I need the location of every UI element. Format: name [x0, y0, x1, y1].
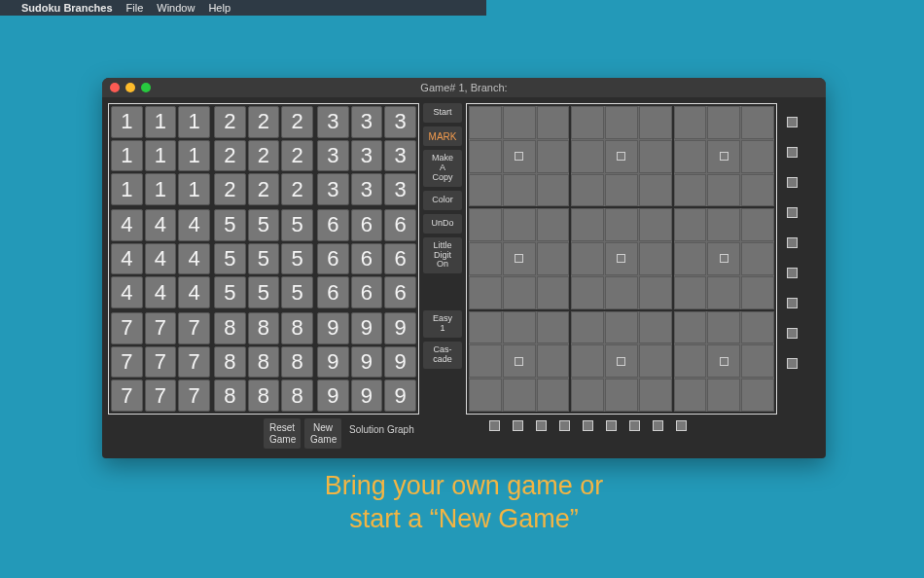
solve-cell[interactable]	[469, 276, 502, 309]
board-cell[interactable]: 1	[111, 140, 143, 172]
board-cell[interactable]: 9	[384, 346, 416, 379]
toolbar-button[interactable]: UnDo	[423, 214, 462, 234]
checkbox-icon[interactable]	[720, 357, 729, 366]
board-cell[interactable]: 4	[178, 209, 210, 241]
checkbox-icon[interactable]	[617, 357, 625, 366]
checkbox-icon[interactable]	[583, 420, 593, 431]
solve-cell[interactable]	[537, 106, 570, 139]
board-cell[interactable]: 5	[281, 276, 313, 308]
reset-game-button[interactable]: Reset Game	[264, 418, 301, 449]
solve-cell[interactable]	[741, 208, 774, 241]
solve-cell[interactable]	[639, 311, 672, 344]
board-cell[interactable]: 9	[317, 312, 349, 344]
checkbox-icon[interactable]	[606, 420, 617, 431]
board-cell[interactable]: 5	[248, 209, 280, 241]
solve-cell[interactable]	[674, 344, 707, 378]
checkbox-icon[interactable]	[787, 358, 798, 369]
solve-cell[interactable]	[639, 276, 672, 309]
board-cell[interactable]: 8	[281, 346, 313, 379]
board-cell[interactable]: 8	[214, 346, 246, 379]
solve-cell[interactable]	[503, 106, 536, 139]
solve-cell[interactable]	[537, 174, 570, 207]
board-cell[interactable]: 7	[145, 312, 177, 344]
solve-cell[interactable]	[639, 344, 672, 378]
solve-cell[interactable]	[469, 208, 502, 241]
board-cell[interactable]: 6	[384, 276, 416, 308]
board-cell[interactable]: 4	[145, 209, 177, 241]
board-cell[interactable]: 1	[145, 173, 177, 205]
board-cell[interactable]: 2	[281, 140, 313, 172]
checkbox-icon[interactable]	[515, 254, 523, 263]
board-cell[interactable]: 1	[178, 173, 210, 205]
board-cell[interactable]: 1	[111, 173, 143, 205]
solve-cell[interactable]	[503, 140, 536, 173]
toolbar-button[interactable]: Easy1	[423, 310, 462, 338]
solve-cell[interactable]	[537, 379, 570, 412]
board-cell[interactable]: 8	[248, 312, 280, 344]
board-cell[interactable]: 2	[281, 106, 313, 138]
solve-cell[interactable]	[707, 276, 740, 309]
checkbox-icon[interactable]	[629, 420, 640, 431]
solve-cell[interactable]	[674, 311, 707, 344]
solve-cell[interactable]	[469, 174, 502, 207]
solve-cell[interactable]	[503, 208, 536, 241]
board-cell[interactable]: 8	[248, 379, 280, 412]
solve-cell[interactable]	[605, 379, 638, 412]
solve-cell[interactable]	[571, 174, 604, 207]
board-cell[interactable]: 9	[384, 312, 416, 344]
board-cell[interactable]: 6	[384, 243, 416, 275]
minimize-icon[interactable]	[125, 83, 135, 92]
solve-cell[interactable]	[537, 242, 570, 275]
checkbox-icon[interactable]	[515, 152, 523, 161]
solve-cell[interactable]	[605, 242, 638, 275]
solve-cell[interactable]	[571, 344, 604, 378]
toolbar-button[interactable]: Cas-cade	[423, 342, 462, 369]
board-cell[interactable]: 4	[145, 276, 177, 308]
board-cell[interactable]: 2	[214, 140, 246, 172]
board-cell[interactable]: 3	[384, 140, 416, 172]
checkbox-icon[interactable]	[787, 328, 798, 339]
checkbox-icon[interactable]	[787, 117, 798, 127]
board-cell[interactable]: 7	[178, 346, 210, 379]
board-cell[interactable]: 7	[145, 379, 177, 412]
solve-cell[interactable]	[707, 344, 740, 378]
solve-cell[interactable]	[707, 242, 740, 275]
solve-cell[interactable]	[571, 106, 604, 139]
zoom-icon[interactable]	[141, 83, 151, 92]
solve-cell[interactable]	[707, 379, 740, 412]
board-cell[interactable]: 3	[384, 173, 416, 205]
checkbox-icon[interactable]	[489, 420, 500, 431]
solve-cell[interactable]	[674, 242, 707, 275]
solve-cell[interactable]	[741, 379, 774, 412]
board-cell[interactable]: 3	[317, 106, 349, 138]
board-cell[interactable]: 8	[214, 312, 246, 344]
board-cell[interactable]: 4	[178, 243, 210, 275]
solve-cell[interactable]	[571, 311, 604, 344]
board-cell[interactable]: 3	[351, 106, 383, 138]
solve-cell[interactable]	[503, 344, 536, 378]
board-cell[interactable]: 7	[111, 346, 143, 379]
solve-cell[interactable]	[503, 174, 536, 207]
board-cell[interactable]: 7	[111, 379, 143, 412]
solve-cell[interactable]	[674, 276, 707, 309]
solve-cell[interactable]	[639, 208, 672, 241]
toolbar-button[interactable]: Start	[423, 103, 462, 123]
board-cell[interactable]: 9	[384, 379, 416, 412]
board-cell[interactable]: 1	[145, 106, 177, 138]
solve-cell[interactable]	[707, 174, 740, 207]
solve-cell[interactable]	[503, 311, 536, 344]
solve-cell[interactable]	[469, 140, 502, 173]
board-cell[interactable]: 9	[351, 346, 383, 379]
solve-cell[interactable]	[639, 174, 672, 207]
board-cell[interactable]: 3	[351, 140, 383, 172]
board-cell[interactable]: 1	[145, 140, 177, 172]
board-cell[interactable]: 9	[317, 379, 349, 412]
board-cell[interactable]: 6	[384, 209, 416, 241]
menu-window[interactable]: Window	[157, 2, 195, 14]
board-cell[interactable]: 2	[281, 173, 313, 205]
checkbox-icon[interactable]	[787, 268, 798, 278]
solve-cell[interactable]	[741, 311, 774, 344]
solve-cell[interactable]	[639, 242, 672, 275]
solve-cell[interactable]	[741, 242, 774, 275]
board-cell[interactable]: 7	[178, 312, 210, 344]
